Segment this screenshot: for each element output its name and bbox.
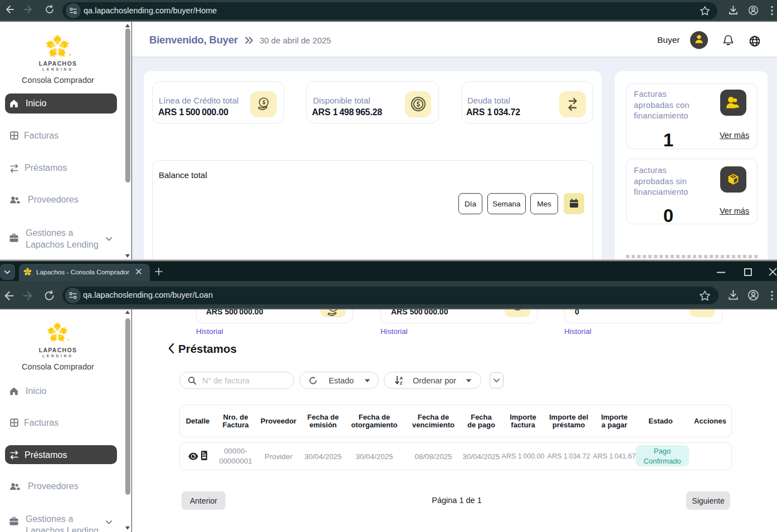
svg-text:A: A <box>400 376 403 381</box>
svg-text:Z: Z <box>400 381 403 386</box>
